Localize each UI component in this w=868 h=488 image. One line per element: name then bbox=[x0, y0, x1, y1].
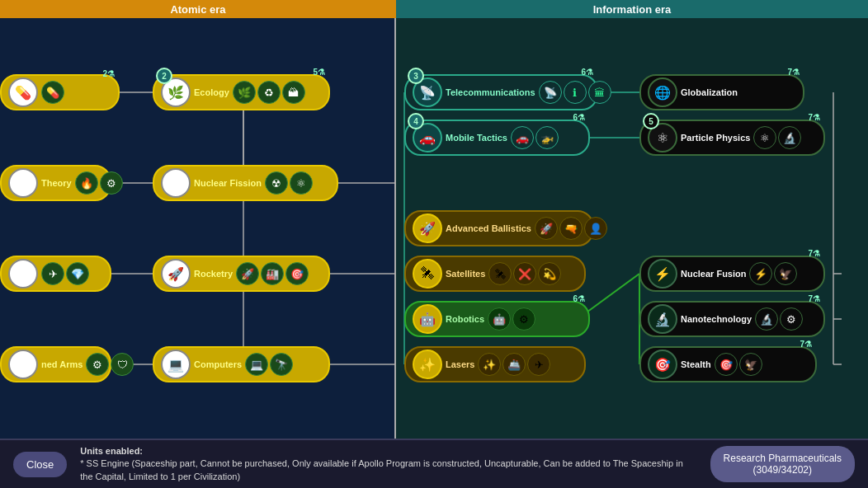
nuclear-fusion-node[interactable]: ⚡ Nuclear Fusion ⚡ 🦅 7⚗ bbox=[639, 256, 825, 292]
rocketry-left-node[interactable]: ✈ ✈ 💎 bbox=[0, 256, 111, 292]
lasers-node[interactable]: ✨ Lasers ✨ 🚢 ✈ bbox=[404, 346, 586, 382]
stealth-node[interactable]: 🎯 Stealth 🎯 🦅 7⚗ bbox=[639, 346, 817, 382]
research-button[interactable]: Research Pharmaceuticals (3049/34202) bbox=[710, 446, 855, 482]
pharmaceuticals-node[interactable]: 💊 💊 2⚗ bbox=[0, 74, 120, 110]
nanotechnology-node[interactable]: 🔬 Nanotechnology 🔬 ⚙ 7⚗ bbox=[639, 301, 825, 337]
info-title: Units enabled: bbox=[80, 446, 143, 456]
close-button[interactable]: Close bbox=[13, 452, 67, 477]
satellites-node[interactable]: 🛰 Satellites 🛰 ❌ 💫 bbox=[404, 256, 586, 292]
particle-physics-node[interactable]: 5 ⚛ Particle Physics ⚛ 🔬 7⚗ bbox=[639, 120, 825, 156]
info-panel: Units enabled: * SS Engine (Spaceship pa… bbox=[80, 445, 696, 483]
info-area: 3 📡 Telecommunications 📡 ℹ 🏛 6⚗ 🌐 Global… bbox=[396, 18, 868, 439]
mobile-tactics-node[interactable]: 4 🚗 Mobile Tactics 🚗 🚁 6⚗ bbox=[404, 120, 590, 156]
ecology-node[interactable]: 2 🌿 Ecology 🌿 ♻ 🏔 5⚗ bbox=[153, 74, 330, 110]
telecom-node[interactable]: 3 📡 Telecommunications 📡 ℹ 🏛 6⚗ bbox=[404, 74, 598, 110]
rocketry-node[interactable]: 🚀 Rocketry 🚀 🏭 🎯 bbox=[153, 256, 330, 292]
game-theory-node[interactable]: ⚙ Theory 🔥 ⚙ bbox=[0, 165, 111, 201]
computers-node[interactable]: 💻 Computers 💻 🔭 bbox=[153, 346, 330, 382]
pharmaceuticals-icon: 💊 bbox=[8, 77, 38, 107]
pharmaceuticals-icon2: 💊 bbox=[41, 81, 64, 104]
atomic-area: 💊 💊 2⚗ 2 🌿 Ecology 🌿 ♻ 🏔 5⚗ ⚙ Theory 🔥 bbox=[0, 18, 396, 439]
bottom-bar: Close Units enabled: * SS Engine (Spaces… bbox=[0, 439, 868, 488]
combined-arms-node[interactable]: ⚙ ned Arms ⚙ 🛡 bbox=[0, 346, 111, 382]
era-info-header: Information era bbox=[396, 0, 868, 18]
advanced-ballistics-node[interactable]: 🚀 Advanced Ballistics 🚀 🔫 👤 bbox=[404, 210, 594, 246]
globalization-node[interactable]: 🌐 Globalization 7⚗ bbox=[639, 74, 804, 110]
info-content: * SS Engine (Spaceship part, Cannot be p… bbox=[80, 458, 683, 481]
era-atomic-header: Atomic era bbox=[0, 0, 396, 18]
nuclear-fission-node[interactable]: ☢ Nuclear Fission ☢ ⚛ bbox=[153, 165, 338, 201]
robotics-node[interactable]: 🤖 Robotics 🤖 ⚙ 6⚗ bbox=[404, 301, 590, 337]
